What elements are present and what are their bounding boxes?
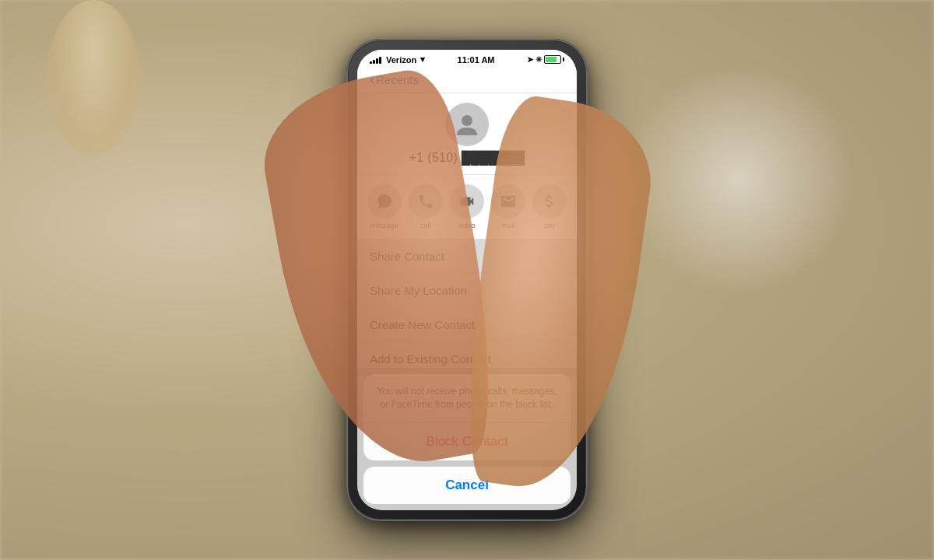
location-icon: ➤ [527,55,533,64]
battery-icon [544,55,564,64]
wifi-icon: ▾ [420,54,425,65]
status-right: ➤ ✳ [527,55,564,64]
battery-fill [546,57,557,62]
signal-bar-1 [370,61,372,64]
signal-bar-2 [373,60,375,64]
signal-bar-3 [376,58,378,64]
bluetooth-icon: ✳ [535,55,542,64]
signal-icon [370,55,381,64]
background-light [623,62,856,296]
background-lamp [47,0,140,156]
status-time: 11:01 AM [458,55,495,65]
svg-point-0 [462,115,472,126]
status-left: Verizon ▾ [370,54,425,65]
phone-device: Verizon ▾ 11:01 AM ➤ ✳ [346,39,588,521]
status-bar: Verizon ▾ 11:01 AM ➤ ✳ [357,50,577,68]
carrier-name: Verizon [386,55,416,65]
signal-bar-4 [379,57,381,64]
avatar-icon [453,110,481,138]
battery-tip [563,58,564,61]
battery-body [544,55,561,64]
